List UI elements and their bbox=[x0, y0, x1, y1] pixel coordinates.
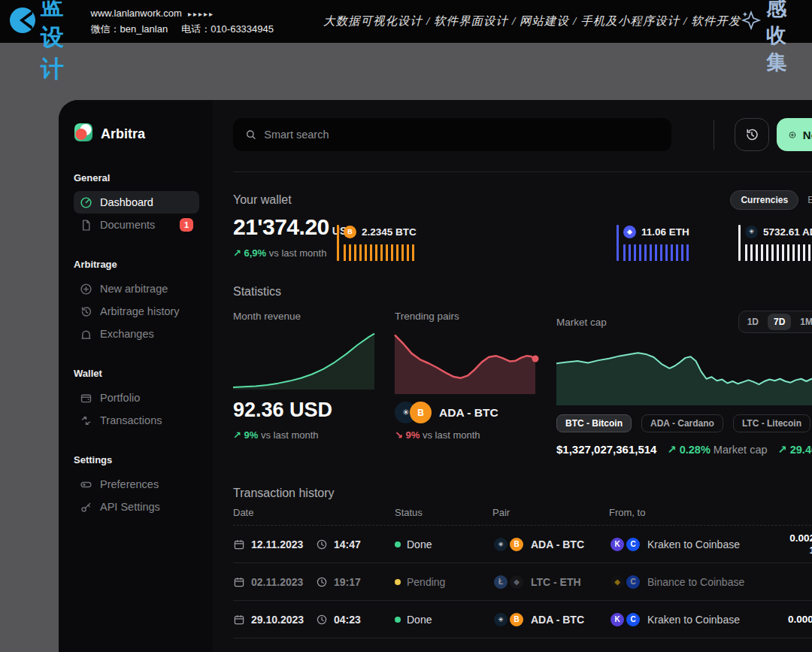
month-revenue-change-value: 9% bbox=[244, 429, 259, 441]
search-input[interactable] bbox=[264, 129, 659, 141]
chart-end-dot bbox=[532, 356, 539, 362]
portfolio-icon bbox=[80, 392, 92, 405]
site-banner: 蓝蓝设计 www.lanlanwork.com ▸▸▸▸▸ 微信：ben_lan… bbox=[0, 0, 812, 43]
transaction-row[interactable]: 29.10.2023 04:23 Done ✳ B ADA - BTC K C … bbox=[233, 601, 812, 638]
tx-route: Kraken to Coinbase bbox=[647, 538, 740, 550]
coinbase-icon: C bbox=[625, 574, 641, 590]
tx-date: 29.10.2023 bbox=[251, 614, 304, 626]
sidebar-section-arbitrage: Arbitrage bbox=[74, 259, 199, 270]
sidebar-item-preferences[interactable]: Preferences bbox=[74, 473, 199, 496]
btc-icon: B bbox=[508, 611, 525, 628]
btc-bars bbox=[344, 244, 417, 261]
banner-services: 大数据可视化设计 / 软件界面设计 / 网站建设 / 手机及小程序设计 / 软件… bbox=[323, 14, 741, 29]
tx-time: 04:23 bbox=[334, 614, 361, 626]
up-arrow-icon: ↗ bbox=[233, 247, 241, 259]
holdings-bar: B 2.2345 BTC ◆ 11.06 ETH bbox=[337, 225, 812, 261]
sidebar-section-general: General bbox=[74, 172, 199, 183]
topbar-divider bbox=[714, 120, 714, 150]
trending-change-value: 9% bbox=[406, 429, 420, 441]
wallet-header: Your wallet Currencies Exchanges bbox=[233, 190, 812, 210]
trending-change-note: vs last month bbox=[423, 429, 480, 441]
month-revenue-label: Month revenue bbox=[233, 311, 395, 322]
statistics-grid: Month revenue 92.36 USD ↗ 9% vs last mon… bbox=[233, 311, 812, 467]
dashboard-card: Arbitra General Dashboard Documents 1 Ar… bbox=[59, 100, 812, 652]
arbitra-logo-icon bbox=[74, 123, 93, 145]
ada-icon: ✳ bbox=[492, 536, 509, 553]
transactions-table: Date Status Pair From, to 12.11.2023 14:… bbox=[233, 500, 812, 638]
pair-pill-ltc[interactable]: LTC - Litecoin bbox=[733, 414, 810, 432]
sidebar-item-label: Transactions bbox=[100, 414, 162, 426]
tx-status: Pending bbox=[407, 576, 445, 588]
preferences-toggle-icon bbox=[80, 478, 92, 491]
tx-time: 19:17 bbox=[334, 576, 361, 588]
sidebar-item-portfolio[interactable]: Portfolio bbox=[74, 387, 199, 409]
section-divider bbox=[233, 171, 812, 172]
up-arrow-icon: ↗ bbox=[778, 444, 787, 456]
binance-icon: ◆ bbox=[609, 574, 626, 590]
coinbase-icon: C bbox=[625, 536, 641, 553]
transactions-title: Transaction history bbox=[233, 487, 812, 500]
toggle-currencies[interactable]: Currencies bbox=[730, 190, 798, 210]
calendar-icon bbox=[233, 614, 245, 626]
month-revenue-chart bbox=[233, 332, 374, 390]
banner-brand[interactable]: 蓝蓝设计 bbox=[8, 0, 79, 85]
document-icon bbox=[80, 219, 92, 232]
btc-amount: 2.2345 BTC bbox=[362, 226, 417, 238]
sidebar-item-dashboard[interactable]: Dashboard bbox=[74, 191, 199, 214]
sidebar-item-documents[interactable]: Documents 1 bbox=[74, 214, 199, 236]
range-toggle: 1D 7D 1M bbox=[738, 311, 812, 333]
sidebar-item-transactions[interactable]: Transactions bbox=[74, 409, 199, 432]
topbar: New arbitrage bbox=[233, 118, 812, 151]
btc-tick bbox=[337, 225, 339, 261]
main-content: New arbitrage Your wallet Currencies Exc… bbox=[213, 100, 812, 652]
range-7d[interactable]: 7D bbox=[768, 314, 791, 330]
kraken-icon: K bbox=[609, 536, 626, 553]
range-1m[interactable]: 1M bbox=[794, 314, 812, 330]
trending-pair: ✳ B ADA - BTC bbox=[395, 402, 556, 423]
tx-status: Done bbox=[407, 538, 432, 550]
toggle-exchanges[interactable]: Exchanges bbox=[807, 195, 812, 205]
transaction-row[interactable]: 12.11.2023 14:47 Done ✳ B ADA - BTC K C … bbox=[233, 526, 812, 563]
sidebar-item-api-settings[interactable]: API Settings bbox=[74, 496, 199, 518]
search-box[interactable] bbox=[233, 118, 671, 151]
month-revenue-change-note: vs last month bbox=[261, 429, 319, 441]
tx-date: 02.11.2023 bbox=[251, 576, 303, 588]
sidebar: Arbitra General Dashboard Documents 1 Ar… bbox=[59, 100, 213, 652]
sidebar-item-label: API Settings bbox=[100, 501, 160, 513]
banner-site-url: www.lanlanwork.com bbox=[91, 6, 182, 21]
ada-icon: ✳ bbox=[492, 611, 509, 628]
app-logo[interactable]: Arbitra bbox=[74, 123, 199, 145]
month-revenue-card: Month revenue 92.36 USD ↗ 9% vs last mon… bbox=[233, 311, 395, 441]
history-button[interactable] bbox=[735, 118, 769, 151]
banner-collect-button[interactable]: 灵感收集 bbox=[741, 0, 800, 76]
search-icon bbox=[245, 129, 256, 141]
wallet-view-toggle: Currencies Exchanges bbox=[730, 190, 812, 210]
sidebar-item-label: Documents bbox=[100, 219, 155, 231]
transactions-header: Date Status Pair From, to bbox=[233, 500, 812, 526]
sidebar-item-new-arbitrage[interactable]: New arbitrage bbox=[74, 277, 199, 300]
balance-amount: 21'374.20 bbox=[233, 214, 329, 239]
sidebar-item-label: Preferences bbox=[100, 478, 159, 490]
transaction-row[interactable]: 02.11.2023 19:17 Pending Ł ◆ LTC - ETH ◆… bbox=[233, 563, 812, 601]
holding-ada: ✳ 5732.61 ADA bbox=[738, 225, 812, 261]
sidebar-section-wallet: Wallet bbox=[74, 368, 199, 379]
sidebar-item-exchanges[interactable]: Exchanges bbox=[74, 323, 199, 345]
pair-pill-ada[interactable]: ADA - Cardano bbox=[641, 414, 723, 432]
pair-pill-btc[interactable]: BTC - Bitcoin bbox=[556, 414, 632, 432]
calendar-icon bbox=[233, 538, 245, 550]
range-1d[interactable]: 1D bbox=[741, 314, 765, 330]
clock-icon bbox=[316, 538, 328, 550]
tx-route: Kraken to Coinbase bbox=[647, 614, 740, 626]
ada-icon: ✳ bbox=[745, 226, 758, 238]
trending-change: ↘ 9% vs last month bbox=[395, 429, 556, 441]
sidebar-item-arbitrage-history[interactable]: Arbitrage history bbox=[74, 300, 199, 323]
col-status: Status bbox=[395, 507, 492, 518]
down-arrow-icon: ↘ bbox=[395, 429, 403, 441]
eth-icon: ◆ bbox=[623, 226, 636, 238]
tx-pair: ADA - BTC bbox=[531, 538, 584, 550]
banner-wechat: 微信：ben_lanlan bbox=[91, 23, 168, 35]
ada-tick bbox=[738, 225, 741, 261]
banner-brand-name: 蓝蓝设计 bbox=[41, 0, 79, 85]
new-arbitrage-button[interactable]: New arbitrage bbox=[777, 118, 812, 151]
cap-change-value: 0.28% bbox=[680, 444, 710, 456]
